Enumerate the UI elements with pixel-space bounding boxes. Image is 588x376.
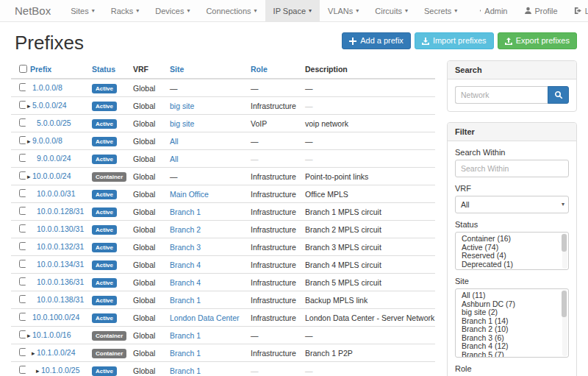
vrf-select[interactable]: All ▾	[455, 196, 569, 213]
site-link[interactable]: Branch 1	[170, 331, 201, 340]
site-link[interactable]: Branch 4	[170, 278, 201, 287]
row-checkbox[interactable]	[19, 277, 26, 285]
import-prefixes-button[interactable]: Import prefixes	[415, 32, 494, 49]
profile-link[interactable]: Profile	[516, 0, 566, 21]
logout-link[interactable]: Log out	[566, 0, 588, 21]
status-option[interactable]: Container (16)	[456, 235, 568, 244]
site-link[interactable]: —	[170, 172, 178, 181]
prefix-link[interactable]: 10.1.0.0/24	[37, 348, 76, 357]
role-value: —	[251, 84, 259, 93]
site-link[interactable]: Branch 3	[170, 243, 201, 252]
prefix-link[interactable]: 10.0.100.0/24	[32, 313, 79, 322]
column-header-status[interactable]: Status	[87, 60, 129, 79]
prefix-link[interactable]: 10.0.0.134/31	[37, 260, 84, 269]
row-checkbox[interactable]	[19, 101, 26, 109]
expand-arrow-icon[interactable]: ▸	[32, 348, 37, 358]
row-checkbox[interactable]	[19, 348, 26, 356]
site-link[interactable]: Branch 1	[170, 366, 201, 375]
site-link[interactable]: All	[170, 155, 179, 163]
site-link[interactable]: —	[170, 84, 178, 93]
column-header-role[interactable]: Role	[246, 60, 301, 79]
row-checkbox[interactable]	[19, 136, 26, 144]
site-option[interactable]: Ashburn DC (7)	[456, 300, 568, 309]
row-checkbox[interactable]	[19, 83, 26, 91]
row-checkbox[interactable]	[19, 154, 26, 162]
site-link[interactable]: Branch 1	[170, 207, 201, 216]
site-link[interactable]: big site	[170, 102, 194, 110]
prefix-link[interactable]: 5.0.0.0/24	[32, 101, 67, 110]
column-header-site[interactable]: Site	[165, 60, 246, 79]
status-option[interactable]: Active (74)	[456, 244, 568, 252]
scrollbar-thumb[interactable]	[562, 291, 567, 317]
nav-menu-item[interactable]: Sites ▾	[62, 0, 102, 21]
prefix-link[interactable]: 10.0.0.128/31	[37, 207, 84, 216]
site-option[interactable]: Branch 1 (14)	[456, 317, 568, 326]
scrollbar-thumb[interactable]	[562, 234, 567, 252]
site-option[interactable]: Branch 5 (7)	[456, 351, 568, 358]
select-all-checkbox[interactable]	[19, 65, 27, 73]
search-button[interactable]	[548, 86, 569, 104]
row-checkbox[interactable]	[19, 189, 26, 197]
row-checkbox[interactable]	[19, 118, 26, 127]
prefix-link[interactable]: 10.0.0.138/31	[37, 295, 84, 304]
row-checkbox[interactable]	[19, 171, 26, 180]
expand-arrow-icon[interactable]: ▸	[27, 171, 32, 182]
nav-menu-item[interactable]: IP Space ▾	[265, 0, 320, 21]
nav-menu-item[interactable]: Connections ▾	[198, 0, 265, 21]
expand-arrow-icon[interactable]: ▸	[27, 101, 32, 111]
expand-arrow-icon[interactable]: ▸	[27, 330, 32, 341]
prefix-link[interactable]: 10.0.0.0/31	[37, 189, 76, 198]
site-link[interactable]: big site	[170, 119, 194, 128]
site-option[interactable]: All (11)	[456, 291, 568, 300]
column-header-prefix[interactable]: Prefix	[26, 60, 87, 79]
site-link[interactable]: London Data Center	[170, 313, 240, 322]
prefix-link[interactable]: 10.1.0.0/16	[32, 330, 71, 339]
prefix-link[interactable]: 1.0.0.0/8	[32, 83, 62, 92]
prefix-link[interactable]: 5.0.0.0/25	[37, 118, 71, 127]
description-cell: —	[301, 327, 435, 344]
site-link[interactable]: Branch 1	[170, 296, 201, 305]
site-option[interactable]: Branch 3 (6)	[456, 334, 568, 343]
row-checkbox[interactable]	[19, 295, 26, 303]
site-option[interactable]: Branch 2 (10)	[456, 325, 568, 334]
search-within-input[interactable]	[455, 160, 569, 177]
nav-menu-item[interactable]: Circuits ▾	[367, 0, 416, 21]
admin-link[interactable]: Admin	[465, 0, 515, 21]
export-prefixes-button[interactable]: Export prefixes	[498, 32, 577, 49]
expand-arrow-icon[interactable]: ▸	[36, 366, 41, 376]
app-brand[interactable]: NetBox	[0, 0, 62, 21]
row-checkbox[interactable]	[19, 242, 26, 250]
status-option[interactable]: Deprecated (1)	[456, 260, 568, 269]
expand-arrow-icon[interactable]: ▸	[27, 136, 32, 146]
prefix-link[interactable]: 10.0.0.132/31	[37, 242, 84, 251]
nav-menu-item[interactable]: VLANs ▾	[320, 0, 367, 21]
site-link[interactable]: Branch 1	[170, 349, 201, 358]
prefix-link[interactable]: 10.0.0.136/31	[37, 277, 84, 286]
site-option[interactable]: Branch 4 (12)	[456, 342, 568, 351]
prefix-link[interactable]: 10.1.0.0/25	[41, 366, 80, 375]
site-link[interactable]: Main Office	[170, 190, 209, 199]
search-input[interactable]	[455, 86, 548, 104]
prefix-link[interactable]: 10.0.0.130/31	[37, 224, 84, 233]
row-checkbox[interactable]	[19, 224, 26, 233]
row-checkbox[interactable]	[19, 330, 26, 338]
row-checkbox[interactable]	[19, 207, 26, 215]
status-option[interactable]: Reserved (4)	[456, 252, 568, 260]
row-checkbox[interactable]	[19, 260, 26, 268]
site-option[interactable]: big site (2)	[456, 308, 568, 317]
site-link[interactable]: Branch 2	[170, 225, 201, 234]
add-prefix-button[interactable]: Add a prefix	[342, 32, 411, 49]
status-badge: Active	[92, 225, 117, 235]
nav-menu-item[interactable]: Secrets ▾	[416, 0, 465, 21]
nav-menu-item[interactable]: Devices ▾	[147, 0, 198, 21]
prefix-link[interactable]: 10.0.0.0/24	[32, 171, 71, 180]
row-checkbox-cell	[11, 79, 26, 97]
row-checkbox[interactable]	[19, 313, 26, 321]
prefix-link[interactable]: 9.0.0.0/24	[37, 154, 71, 163]
vrf-cell: Global	[129, 97, 165, 115]
site-link[interactable]: All	[170, 137, 179, 146]
prefix-link[interactable]: 9.0.0.0/8	[32, 136, 62, 145]
site-link[interactable]: Branch 4	[170, 260, 201, 269]
row-checkbox[interactable]	[19, 366, 26, 374]
nav-menu-item[interactable]: Racks ▾	[103, 0, 148, 21]
